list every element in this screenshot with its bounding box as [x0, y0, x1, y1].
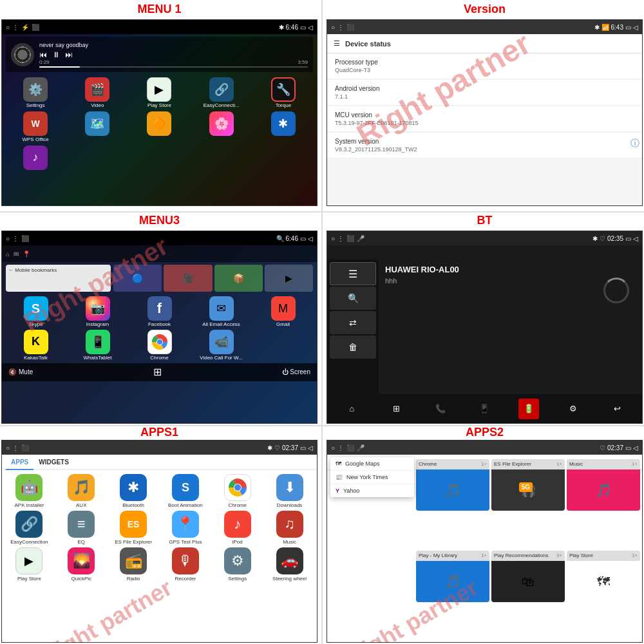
- aux-app[interactable]: 🎵 AUX: [57, 474, 106, 508]
- bt-grid-btn[interactable]: ⊞: [386, 399, 406, 419]
- prev-btn[interactable]: ⏮: [39, 50, 47, 59]
- window-icon: ▭: [300, 24, 306, 31]
- next-btn[interactable]: ⏭: [65, 50, 73, 59]
- easyconnection-app[interactable]: 🔗 EasyConnection: [5, 511, 54, 545]
- popup-googlemaps[interactable]: 🗺 Google Maps: [330, 457, 414, 471]
- es-file-explorer[interactable]: ES ES File Explorer: [109, 511, 158, 545]
- music-controls[interactable]: ⏮ ⏸ ⏭: [39, 50, 308, 59]
- version-info-icon[interactable]: ⓘ: [630, 138, 639, 149]
- twobox-icon[interactable]: 📦: [214, 265, 263, 292]
- version-screen: ○ ⋮ ⬛ ✱ 📶 6:43 ▭ ◁ ☰ Device status Proce…: [327, 19, 643, 206]
- playstore-menu3-icon[interactable]: ▶: [265, 265, 313, 292]
- popup-nytimes[interactable]: 📰 New York Times: [330, 471, 414, 484]
- bt-call-btn[interactable]: 📞: [430, 399, 451, 419]
- bluetooth-app[interactable]: ✱ Bluetooth: [109, 474, 158, 508]
- kakaotalk-icon[interactable]: K KakaoTalk: [6, 330, 66, 361]
- vdiv-1: [321, 0, 323, 644]
- play-btn[interactable]: ⏸: [52, 50, 60, 59]
- recent-play-store[interactable]: Play Store 1+ 🗺: [567, 551, 640, 602]
- version-statusbar: ○ ⋮ ⬛ ✱ 📶 6:43 ▭ ◁: [327, 20, 642, 34]
- downloads-app[interactable]: ⬇ Downloads: [265, 474, 314, 508]
- playstore-apps1[interactable]: ▶ Play Store: [5, 547, 54, 582]
- apps2-popup-menu: 🗺 Google Maps 📰 New York Times Y Yahoo: [330, 457, 414, 497]
- instagram-icon[interactable]: 📷 Instagram: [68, 296, 128, 328]
- music-disc: [11, 43, 34, 66]
- app-video[interactable]: 🎬 Video: [68, 77, 127, 109]
- music-progress-fill: [39, 66, 80, 68]
- videocall-icon[interactable]: 📹 Video Call For W...: [191, 330, 251, 361]
- usb-icon: ⚡: [21, 24, 29, 31]
- gmail-icon[interactable]: M Gmail: [253, 296, 313, 328]
- bt-settings-btn[interactable]: ⚙: [563, 399, 583, 419]
- recent-chrome[interactable]: Chrome 1+ 🎵: [416, 459, 489, 511]
- steering-wheel-app[interactable]: 🚗 Steering wheel: [265, 547, 314, 582]
- bt-transfer-btn[interactable]: ⇄: [330, 311, 376, 334]
- menu3-search-icon: 🔍: [276, 235, 284, 242]
- music-app[interactable]: ♫ Music: [265, 511, 314, 545]
- apps-tab-widgets[interactable]: WIDGETS: [33, 455, 74, 469]
- yahoo-icon: Y: [336, 488, 339, 494]
- recent-music[interactable]: Music 1+ 🎵: [567, 459, 640, 511]
- version-row-system: System version V8.3.2_20171125.190128_TW…: [327, 133, 642, 158]
- bookmarks-widget[interactable]: ← Mobile bookmarks: [6, 265, 111, 292]
- recent-play-recommendations[interactable]: Play Recommendations 3+ 🛍: [491, 551, 565, 602]
- popup-yahoo[interactable]: Y Yahoo: [330, 484, 414, 497]
- app-media[interactable]: 🔶: [129, 111, 189, 143]
- screenshot-icon: ⬛: [32, 24, 39, 31]
- grid-btn[interactable]: ⊞: [153, 366, 162, 378]
- music-time-end: 3:59: [298, 59, 308, 65]
- app-maps[interactable]: 🗺️: [68, 111, 127, 143]
- gps-test-plus[interactable]: 📍 GPS Test Plus: [161, 511, 211, 545]
- videolite-icon[interactable]: 🎥: [164, 265, 212, 292]
- app-music[interactable]: ♪: [6, 146, 65, 171]
- skype-icon[interactable]: S Skype: [6, 296, 66, 328]
- svg-point-5: [234, 484, 241, 491]
- boot-animation[interactable]: S Boot Animation: [161, 474, 211, 508]
- settings-apps1[interactable]: ⚙ Settings: [213, 547, 262, 582]
- chrome-menu3-icon[interactable]: Chrome: [129, 330, 189, 361]
- mute-icon: 🔇: [8, 368, 16, 375]
- app-bluetooth[interactable]: ✱: [254, 111, 313, 143]
- app-wps[interactable]: W WPS Office: [6, 111, 65, 143]
- bt-list-btn[interactable]: ☰: [330, 262, 376, 285]
- version-row-android: Android version 7.1.1: [327, 80, 642, 106]
- app-gallery[interactable]: 🌸: [192, 111, 251, 143]
- bt-delete-btn[interactable]: 🗑: [330, 336, 376, 359]
- radio-app[interactable]: 📻 Radio: [109, 547, 158, 582]
- bt-home-btn[interactable]: ⌂: [341, 399, 362, 419]
- app-torque[interactable]: 🔧 Torque: [254, 77, 313, 109]
- recorder-app[interactable]: 🎙 Recorder: [161, 547, 211, 582]
- bt-statusbar: ○ ⋮ ⬛ 🎤 ✱ ♡ 02:35 ▭ ◁: [327, 231, 642, 245]
- nytimes-icon: 📰: [336, 474, 343, 480]
- version-menu-icon: ⋮: [337, 24, 344, 31]
- mute-btn[interactable]: 🔇 Mute: [8, 368, 33, 375]
- menu1-label: MENU 1: [0, 0, 319, 18]
- allemail-icon[interactable]: ✉ All Email Access: [191, 296, 251, 328]
- app-settings[interactable]: ⚙️ Settings: [6, 77, 65, 109]
- speed-browser-icon[interactable]: 🔵: [113, 265, 162, 292]
- apk-installer[interactable]: 🤖 APK installer: [5, 474, 54, 508]
- bt-search-btn[interactable]: 🔍: [330, 287, 376, 310]
- facebook-icon[interactable]: f Facebook: [129, 296, 189, 328]
- apps2-label: APPS2: [325, 425, 644, 439]
- app-playstore[interactable]: ▶ Play Store: [129, 77, 189, 109]
- quickpic-app[interactable]: 🌄 QuickPic: [57, 547, 106, 582]
- bt-back-btn[interactable]: ↩: [607, 399, 628, 419]
- menu3-time: 6:46: [286, 235, 298, 242]
- bt-icon-status: ✱: [592, 235, 598, 242]
- menu3-app-grid: S Skype 📷 Instagram f Facebook ✉ All Ema…: [2, 294, 317, 363]
- version-window-icon: ▭: [625, 24, 631, 31]
- apps-tab-apps[interactable]: APPS: [6, 455, 33, 470]
- screen-btn[interactable]: ⏻ Screen: [282, 368, 310, 375]
- whatstablet-icon[interactable]: 📱 WhatsTablet: [68, 330, 128, 361]
- version-back-icon: ◁: [633, 24, 638, 31]
- bt-phone-btn[interactable]: 📱: [474, 399, 495, 419]
- ipod-app[interactable]: ♪ iPod: [213, 511, 262, 545]
- chrome-app[interactable]: Chrome: [213, 474, 262, 508]
- version-wifi-icon: 📶: [601, 24, 609, 31]
- bt-battery-btn[interactable]: 🔋: [518, 399, 539, 419]
- eq-app[interactable]: ≡ EQ: [57, 511, 106, 545]
- recent-play-library[interactable]: Play - My Library 1+ 🎵: [416, 551, 489, 602]
- app-easyconnect[interactable]: 🔗 EasyConnecti...: [192, 77, 251, 109]
- svg-point-2: [157, 339, 162, 345]
